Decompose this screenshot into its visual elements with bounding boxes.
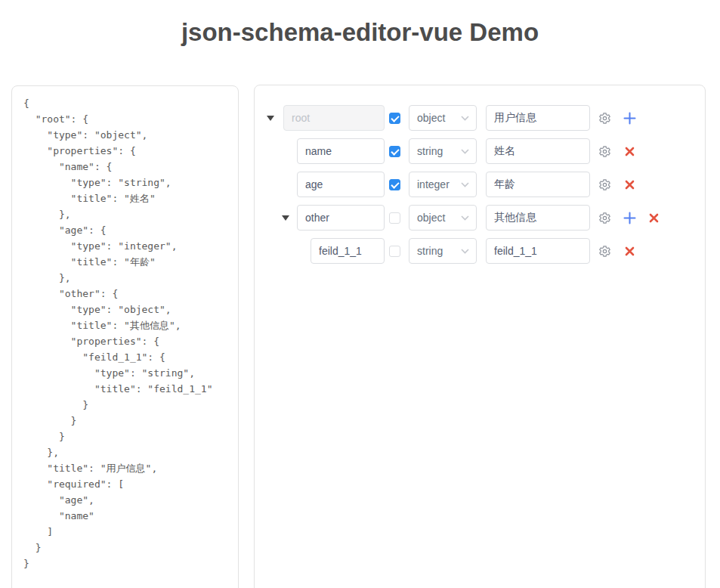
remove-field-icon[interactable] <box>647 211 660 224</box>
schema-row-name: string <box>255 138 705 164</box>
type-select[interactable]: object <box>409 105 477 131</box>
type-select-value: string <box>417 245 443 257</box>
settings-gear-icon[interactable] <box>598 144 611 158</box>
remove-field-icon[interactable] <box>623 244 636 258</box>
type-select-value: object <box>417 112 445 124</box>
type-select[interactable]: string <box>409 238 477 264</box>
settings-gear-icon[interactable] <box>598 111 611 125</box>
add-child-icon[interactable] <box>623 111 636 125</box>
field-name-input[interactable] <box>297 138 385 164</box>
field-title-input[interactable] <box>486 238 590 264</box>
remove-field-icon[interactable] <box>623 178 636 191</box>
chevron-down-icon <box>461 249 469 254</box>
json-code: { "root": { "type": "object", "propertie… <box>12 86 238 580</box>
chevron-down-icon <box>461 149 469 154</box>
schema-row-other: object <box>255 205 705 231</box>
type-select[interactable]: object <box>409 205 477 231</box>
field-name-input <box>283 105 385 131</box>
json-code-panel: { "root": { "type": "object", "propertie… <box>11 85 239 588</box>
field-title-input[interactable] <box>486 205 590 231</box>
required-checkbox[interactable] <box>389 179 400 190</box>
chevron-down-icon <box>461 215 469 221</box>
field-title-input[interactable] <box>486 138 590 164</box>
field-name-input[interactable] <box>297 172 385 197</box>
page-title: json-schema-editor-vue Demo <box>0 0 720 47</box>
settings-gear-icon[interactable] <box>598 244 611 258</box>
collapse-caret-icon[interactable] <box>282 215 289 221</box>
type-select-value: integer <box>417 178 450 190</box>
remove-field-icon[interactable] <box>623 144 636 158</box>
required-checkbox[interactable] <box>389 113 400 124</box>
type-select[interactable]: integer <box>409 172 477 197</box>
collapse-caret-icon[interactable] <box>267 116 274 121</box>
schema-editor-panel: object string integer <box>254 85 706 588</box>
field-name-input[interactable] <box>311 238 385 264</box>
settings-gear-icon[interactable] <box>598 178 611 191</box>
type-select-value: string <box>417 145 443 157</box>
required-checkbox[interactable] <box>389 212 400 224</box>
add-child-icon[interactable] <box>623 211 636 224</box>
required-checkbox[interactable] <box>389 146 400 157</box>
type-select[interactable]: string <box>409 138 477 164</box>
chevron-down-icon <box>461 182 469 187</box>
schema-row-feild-1-1: string <box>255 238 705 264</box>
chevron-down-icon <box>461 116 469 121</box>
field-name-input[interactable] <box>297 205 385 231</box>
schema-row-age: integer <box>255 172 705 197</box>
field-title-input[interactable] <box>486 105 590 131</box>
schema-row-root: object <box>255 105 705 131</box>
field-title-input[interactable] <box>486 172 590 197</box>
required-checkbox[interactable] <box>389 246 400 257</box>
settings-gear-icon[interactable] <box>598 211 611 224</box>
type-select-value: object <box>417 212 445 224</box>
